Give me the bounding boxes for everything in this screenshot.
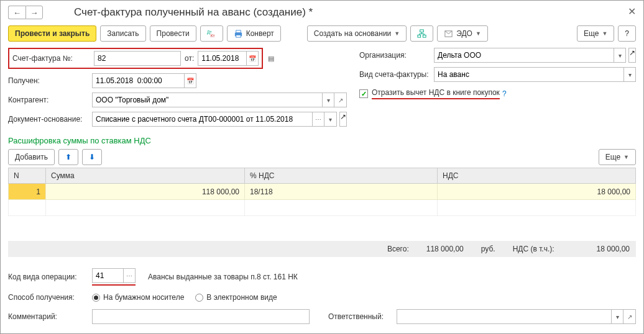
- list-icon[interactable]: ▤: [268, 55, 274, 63]
- received-label: Получен:: [8, 76, 92, 85]
- move-up-button[interactable]: ⬆: [58, 149, 78, 165]
- col-pct-header: % НДС: [245, 168, 438, 184]
- save-button[interactable]: Записать: [100, 25, 145, 42]
- window-title: Счет-фактура полученный на аванс (создан…: [74, 6, 313, 19]
- dropdown-icon[interactable]: ▾: [322, 93, 334, 107]
- receive-method-label: Способ получения:: [8, 293, 92, 302]
- calendar-icon[interactable]: 📅: [246, 51, 259, 66]
- section-title: Расшифровка суммы по ставкам НДС: [8, 136, 636, 145]
- basis-input[interactable]: [92, 112, 312, 127]
- open-icon[interactable]: ↗: [334, 93, 347, 107]
- dtkt-button[interactable]: ДтКт: [200, 25, 223, 42]
- invoice-no-label: Счет-фактура №:: [12, 54, 90, 63]
- nav-back-button[interactable]: ←: [8, 6, 25, 19]
- svg-rect-5: [420, 29, 424, 32]
- svg-rect-3: [236, 30, 241, 32]
- responsible-input[interactable]: [397, 309, 611, 324]
- post-button[interactable]: Провести: [150, 25, 196, 42]
- edo-icon: [444, 29, 453, 38]
- org-input[interactable]: [434, 48, 614, 63]
- electronic-radio[interactable]: [195, 294, 203, 302]
- ellipsis-icon[interactable]: ⋯: [312, 112, 324, 127]
- svg-rect-6: [418, 35, 421, 37]
- calendar-icon[interactable]: 📅: [184, 73, 196, 88]
- svg-rect-4: [236, 35, 241, 37]
- vat-table: N Сумма % НДС НДС 1 118 000,00 18/118 18…: [8, 168, 636, 216]
- totals-bar: Всего: 118 000,00 руб. НДС (в т.ч.): 18 …: [8, 241, 636, 257]
- invoice-no-input[interactable]: [94, 51, 181, 66]
- structure-button[interactable]: [410, 25, 433, 42]
- dropdown-icon[interactable]: ▾: [324, 112, 337, 127]
- post-and-close-button[interactable]: Провести и закрыть: [8, 25, 96, 42]
- org-label: Организация:: [359, 51, 434, 60]
- counterparty-label: Контрагент:: [8, 96, 92, 104]
- help-button[interactable]: ?: [618, 25, 636, 42]
- basis-label: Документ-основание:: [8, 115, 92, 124]
- total-value: 118 000,00: [426, 245, 464, 253]
- create-based-on-button[interactable]: Создать на основании ▼: [307, 25, 407, 42]
- from-date-input[interactable]: [198, 51, 246, 66]
- help-icon[interactable]: ?: [502, 89, 507, 98]
- received-input[interactable]: [92, 73, 184, 88]
- dropdown-icon[interactable]: ▾: [614, 48, 626, 63]
- printer-icon: [234, 29, 243, 38]
- edo-button[interactable]: ЭДО ▼: [437, 25, 488, 42]
- table-row[interactable]: 1 118 000,00 18/118 18 000,00: [9, 184, 636, 200]
- vat-deduction-label: Отразить вычет НДС в книге покупок: [372, 88, 500, 99]
- open-icon[interactable]: ↗: [623, 309, 636, 324]
- paper-label: На бумажном носителе: [103, 293, 184, 302]
- close-icon[interactable]: ✕: [628, 6, 636, 17]
- svg-rect-7: [423, 35, 426, 37]
- op-code-desc: Авансы выданные за товары п.8 ст. 161 НК: [148, 273, 298, 281]
- svg-text:Кт: Кт: [210, 34, 214, 38]
- comment-label: Комментарий:: [8, 312, 92, 321]
- ellipsis-icon[interactable]: ⋯: [123, 268, 136, 283]
- move-down-button[interactable]: ⬇: [82, 149, 102, 165]
- counterparty-input[interactable]: [92, 93, 322, 107]
- table-row[interactable]: [9, 200, 636, 216]
- electronic-label: В электронном виде: [206, 293, 277, 302]
- more-button[interactable]: Еще ▼: [577, 25, 614, 42]
- table-more-button[interactable]: Еще ▼: [599, 149, 636, 165]
- main-toolbar: Провести и закрыть Записать Провести ДтК…: [8, 25, 636, 42]
- invoice-type-input[interactable]: [434, 67, 623, 82]
- from-label: от:: [185, 54, 194, 63]
- open-icon[interactable]: ↗: [339, 112, 347, 127]
- responsible-label: Ответственный:: [328, 312, 397, 321]
- total-label: Всего:: [387, 245, 409, 253]
- col-nds-header: НДС: [438, 168, 636, 184]
- hierarchy-icon: [417, 29, 426, 38]
- vat-deduction-checkbox[interactable]: ✓: [359, 89, 368, 98]
- dropdown-icon[interactable]: ▾: [611, 309, 623, 324]
- nav-fwd-button[interactable]: →: [25, 6, 43, 19]
- op-code-input[interactable]: [92, 268, 123, 283]
- col-sum-header: Сумма: [46, 168, 245, 184]
- invoice-type-label: Вид счета-фактуры:: [359, 70, 434, 79]
- vat-total-value: 18 000,00: [597, 245, 630, 253]
- col-n-header: N: [9, 168, 46, 184]
- add-row-button[interactable]: Добавить: [8, 149, 55, 165]
- paper-radio[interactable]: [92, 294, 100, 302]
- dtkt-icon: ДтКт: [207, 29, 216, 38]
- comment-input[interactable]: [92, 309, 310, 324]
- vat-total-label: НДС (в т.ч.):: [513, 245, 554, 253]
- op-code-label: Код вида операции:: [8, 273, 92, 281]
- currency-label: руб.: [481, 245, 495, 253]
- dropdown-icon[interactable]: ▾: [623, 67, 636, 82]
- print-button[interactable]: Конверт: [227, 25, 281, 42]
- open-icon[interactable]: ↗: [628, 48, 636, 63]
